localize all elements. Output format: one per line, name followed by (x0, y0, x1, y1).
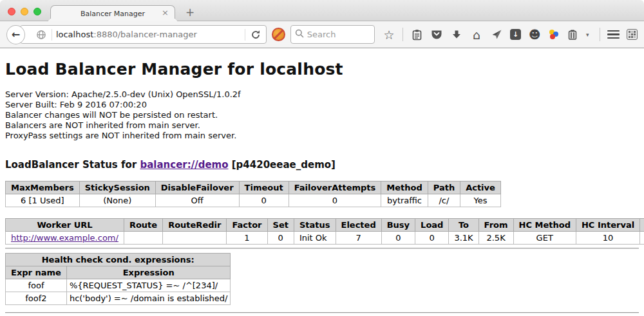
url-path: :8880/balancer-manager (93, 30, 197, 39)
search-icon (295, 28, 304, 41)
server-info-line: Server Version: Apache/2.5.0-dev (Unix) … (5, 89, 639, 100)
browser-tab[interactable]: Balancer Manager × (50, 5, 175, 21)
worker-cell: 1 (227, 232, 267, 245)
toolbar-divider (600, 28, 600, 41)
balancer-cell: 6 [1 Used] (6, 194, 80, 207)
downloads-icon[interactable] (450, 28, 463, 42)
page-content: Load Balancer Manager for localhost Serv… (0, 60, 644, 313)
tab-groups-icon[interactable] (627, 29, 638, 40)
server-info-line: Balancer changes will NOT be persisted o… (5, 110, 639, 120)
worker-column-header: Load (415, 219, 449, 232)
smiley-extension-icon[interactable]: ☻ (528, 28, 541, 42)
home-icon[interactable]: ⌂ (470, 28, 483, 42)
balancer-cell: 0 (289, 194, 381, 207)
server-info-line: ProxyPass settings are NOT inherited fro… (5, 131, 639, 141)
worker-column-header: Worker URL (6, 219, 124, 232)
balancer-cell: /c/ (428, 194, 460, 207)
balancer-status-table: MaxMembersStickySessionDisableFailoverTi… (5, 181, 501, 207)
send-plane-icon[interactable] (490, 28, 503, 42)
worker-cell: 1 (0) (640, 232, 644, 245)
balancer-column-header: Method (381, 181, 428, 194)
url-text[interactable]: localhost:8880/balancer-manager (56, 30, 242, 39)
navigation-toolbar: ← localhost:8880/balancer-manager ☆ (0, 21, 644, 48)
worker-column-header: To (449, 219, 478, 232)
worker-column-header: Busy (381, 219, 415, 232)
worker-cell: http://www.example.com/ (6, 232, 124, 245)
content-blocked-icon[interactable] (272, 28, 285, 41)
worker-cell: 10 (576, 232, 639, 245)
worker-status-table: Worker URLRouteRouteRedirFactorSetStatus… (5, 218, 644, 245)
status-suffix: [p4420eeae_demo] (229, 159, 336, 171)
worker-column-header: Elected (336, 219, 381, 232)
zoom-window-button[interactable] (33, 8, 41, 15)
horizontal-rule (5, 312, 639, 313)
browser-window: Balancer Manager × + ← localhost:8880/ba… (0, 0, 644, 316)
window-controls (8, 8, 41, 15)
worker-column-header: From (478, 219, 513, 232)
status-prefix: LoadBalancer Status for (5, 159, 140, 171)
balancer-column-header: MaxMembers (6, 181, 80, 194)
toolbar-divider (402, 28, 403, 41)
toolbar-icons: ☆ ⌂ ↓ ☻ ▾ (383, 28, 638, 42)
health-table-title: Health check cond. expressions: (6, 254, 231, 266)
balancer-cell: 0 (239, 194, 289, 207)
container-icon[interactable] (566, 28, 579, 42)
bookmark-star-icon[interactable]: ☆ (383, 28, 395, 42)
page-title: Load Balancer Manager for localhost (5, 60, 639, 79)
health-cell: hc('body') =~ /domain is established/ (66, 292, 231, 305)
worker-cell: GET (513, 232, 576, 245)
server-info: Server Version: Apache/2.5.0-dev (Unix) … (5, 89, 639, 141)
worker-column-header: HC Interval (576, 219, 639, 232)
health-cell: %{REQUEST_STATUS} =~ /^[234]/ (66, 279, 231, 292)
chevron-down-icon[interactable]: ▾ (586, 32, 592, 38)
server-info-line: Balancers are NOT inherited from main se… (5, 120, 639, 131)
urlbar-divider (245, 29, 245, 41)
colored-dots-extension-icon[interactable] (548, 29, 559, 40)
balancer-column-header: Timeout (239, 181, 289, 194)
balancer-column-header: StickySession (79, 181, 155, 194)
worker-column-header: RouteRedir (163, 219, 227, 232)
balancer-cell: (None) (79, 194, 155, 207)
site-identity-globe-icon[interactable] (35, 28, 48, 42)
reload-icon[interactable] (249, 28, 262, 42)
tab-close-icon[interactable]: × (162, 8, 169, 17)
loadbalancer-status-heading: LoadBalancer Status for balancer://demo … (5, 159, 639, 171)
balancer-demo-link[interactable]: balancer://demo (140, 159, 228, 171)
url-host: localhost (56, 30, 93, 39)
tab-title: Balancer Manager (80, 10, 145, 18)
health-column-header: Expr name (6, 266, 67, 279)
worker-cell: 0 (381, 232, 415, 245)
balancer-cell: bytraffic (381, 194, 428, 207)
pocket-icon[interactable] (430, 28, 443, 42)
worker-column-header: Factor (227, 219, 267, 232)
worker-cell: 0 (415, 232, 449, 245)
url-bar[interactable]: localhost:8880/balancer-manager (20, 25, 267, 44)
server-info-line: Server Built: Feb 9 2016 07:00:20 (5, 100, 639, 110)
worker-cell (124, 232, 162, 245)
worker-cell: Init Ok (294, 232, 336, 245)
horizontal-rule (5, 248, 639, 249)
balancer-column-header: Path (428, 181, 460, 194)
worker-column-header: Status (294, 219, 336, 232)
minimize-window-button[interactable] (21, 8, 28, 15)
clipboard-icon[interactable] (410, 28, 423, 42)
back-button[interactable]: ← (6, 25, 25, 44)
urlbar-divider (52, 29, 52, 41)
health-cell: foof2 (6, 292, 67, 305)
title-bar: Balancer Manager × + (0, 0, 644, 21)
worker-url-link[interactable]: http://www.example.com/ (11, 233, 118, 243)
worker-column-header: Passes (640, 219, 644, 232)
worker-cell: 2.5K (478, 232, 513, 245)
worker-column-header: Route (124, 219, 162, 232)
health-check-expressions-table: Health check cond. expressions:Expr name… (5, 253, 231, 305)
menu-icon[interactable] (607, 30, 620, 39)
download-panel-icon[interactable]: ↓ (510, 29, 521, 40)
worker-column-header: HC Method (513, 219, 576, 232)
close-window-button[interactable] (8, 8, 15, 15)
search-box[interactable] (290, 25, 375, 44)
health-cell: foof (6, 279, 67, 292)
new-tab-button[interactable]: + (185, 6, 194, 19)
search-input[interactable] (307, 30, 365, 39)
balancer-column-header: FailoverAttempts (289, 181, 381, 194)
health-column-header: Expression (66, 266, 231, 279)
